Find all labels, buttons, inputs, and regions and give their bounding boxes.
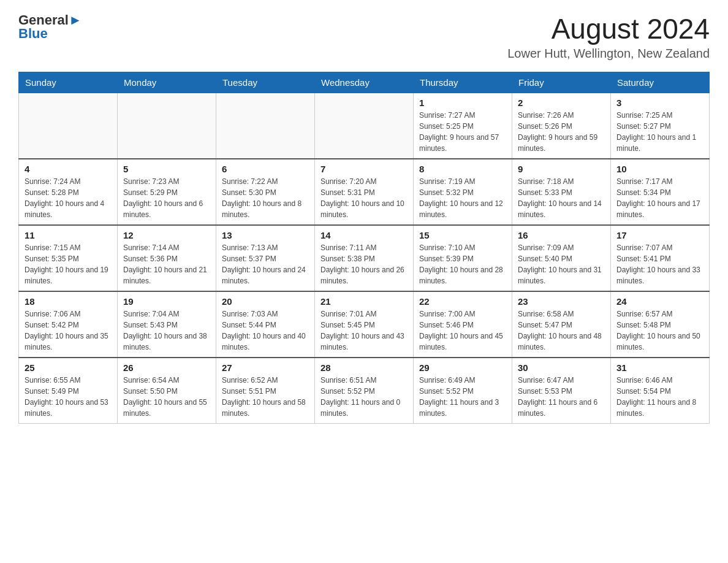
day-number: 25 (25, 362, 112, 373)
calendar-day: 23Sunrise: 6:58 AMSunset: 5:47 PMDayligh… (512, 291, 611, 358)
calendar-day: 14Sunrise: 7:11 AMSunset: 5:38 PMDayligh… (315, 225, 414, 291)
day-info: Sunrise: 6:47 AMSunset: 5:53 PMDaylight:… (518, 375, 605, 419)
day-info: Sunrise: 6:46 AMSunset: 5:54 PMDaylight:… (616, 375, 703, 419)
day-number: 7 (320, 164, 408, 174)
day-info: Sunrise: 7:24 AMSunset: 5:28 PMDaylight:… (25, 176, 112, 220)
day-number: 9 (518, 164, 605, 174)
calendar-day: 13Sunrise: 7:13 AMSunset: 5:37 PMDayligh… (216, 225, 315, 291)
day-number: 24 (616, 296, 703, 307)
day-number: 4 (25, 164, 112, 174)
header-monday: Monday (118, 72, 216, 93)
day-number: 16 (518, 230, 605, 240)
calendar-day: 8Sunrise: 7:19 AMSunset: 5:32 PMDaylight… (414, 159, 512, 225)
day-info: Sunrise: 6:51 AMSunset: 5:52 PMDaylight:… (320, 375, 408, 419)
logo-blue-line: Blue (18, 26, 48, 42)
calendar-day: 9Sunrise: 7:18 AMSunset: 5:33 PMDaylight… (512, 159, 611, 225)
calendar-day: 17Sunrise: 7:07 AMSunset: 5:41 PMDayligh… (611, 225, 710, 291)
calendar-week-row: 25Sunrise: 6:55 AMSunset: 5:49 PMDayligh… (19, 358, 710, 424)
calendar-day: 29Sunrise: 6:49 AMSunset: 5:52 PMDayligh… (414, 358, 512, 424)
day-number: 18 (25, 296, 112, 307)
calendar-week-row: 4Sunrise: 7:24 AMSunset: 5:28 PMDaylight… (19, 159, 710, 225)
calendar-day (19, 93, 118, 159)
calendar-day: 20Sunrise: 7:03 AMSunset: 5:44 PMDayligh… (216, 291, 315, 358)
calendar-day: 7Sunrise: 7:20 AMSunset: 5:31 PMDaylight… (315, 159, 414, 225)
logo-blue-text: ► (69, 12, 82, 28)
day-info: Sunrise: 7:01 AMSunset: 5:45 PMDaylight:… (320, 308, 408, 353)
calendar-week-row: 18Sunrise: 7:06 AMSunset: 5:42 PMDayligh… (19, 291, 710, 358)
day-number: 13 (222, 230, 309, 240)
day-info: Sunrise: 7:26 AMSunset: 5:26 PMDaylight:… (518, 110, 605, 154)
calendar-day: 24Sunrise: 6:57 AMSunset: 5:48 PMDayligh… (611, 291, 710, 358)
day-info: Sunrise: 7:03 AMSunset: 5:44 PMDaylight:… (222, 308, 309, 353)
day-number: 14 (320, 230, 408, 240)
calendar-day: 15Sunrise: 7:10 AMSunset: 5:39 PMDayligh… (414, 225, 512, 291)
calendar-day: 6Sunrise: 7:22 AMSunset: 5:30 PMDaylight… (216, 159, 315, 225)
day-number: 12 (123, 230, 210, 240)
day-number: 20 (222, 296, 309, 307)
calendar-day: 5Sunrise: 7:23 AMSunset: 5:29 PMDaylight… (118, 159, 216, 225)
calendar-day: 30Sunrise: 6:47 AMSunset: 5:53 PMDayligh… (512, 358, 611, 424)
calendar-day (118, 93, 216, 159)
day-info: Sunrise: 7:04 AMSunset: 5:43 PMDaylight:… (123, 308, 210, 353)
calendar-day: 27Sunrise: 6:52 AMSunset: 5:51 PMDayligh… (216, 358, 315, 424)
header-wednesday: Wednesday (315, 72, 414, 93)
day-info: Sunrise: 7:15 AMSunset: 5:35 PMDaylight:… (25, 242, 112, 286)
month-title: August 2024 (507, 12, 710, 45)
calendar-day: 1Sunrise: 7:27 AMSunset: 5:25 PMDaylight… (414, 93, 512, 159)
header-saturday: Saturday (611, 72, 710, 93)
calendar-day: 31Sunrise: 6:46 AMSunset: 5:54 PMDayligh… (611, 358, 710, 424)
calendar-day (315, 93, 414, 159)
day-info: Sunrise: 7:22 AMSunset: 5:30 PMDaylight:… (222, 176, 309, 220)
day-info: Sunrise: 6:57 AMSunset: 5:48 PMDaylight:… (616, 308, 703, 353)
day-info: Sunrise: 7:20 AMSunset: 5:31 PMDaylight:… (320, 176, 408, 220)
day-number: 26 (123, 362, 210, 373)
day-info: Sunrise: 7:10 AMSunset: 5:39 PMDaylight:… (419, 242, 506, 286)
calendar-day: 4Sunrise: 7:24 AMSunset: 5:28 PMDaylight… (19, 159, 118, 225)
calendar-day: 12Sunrise: 7:14 AMSunset: 5:36 PMDayligh… (118, 225, 216, 291)
day-info: Sunrise: 7:27 AMSunset: 5:25 PMDaylight:… (419, 110, 506, 154)
day-number: 29 (419, 362, 506, 373)
day-info: Sunrise: 7:06 AMSunset: 5:42 PMDaylight:… (25, 308, 112, 353)
calendar-day: 25Sunrise: 6:55 AMSunset: 5:49 PMDayligh… (19, 358, 118, 424)
calendar-day: 18Sunrise: 7:06 AMSunset: 5:42 PMDayligh… (19, 291, 118, 358)
day-number: 3 (616, 98, 703, 108)
calendar-day: 22Sunrise: 7:00 AMSunset: 5:46 PMDayligh… (414, 291, 512, 358)
calendar-day (216, 93, 315, 159)
calendar-header-row: SundayMondayTuesdayWednesdayThursdayFrid… (19, 72, 710, 93)
calendar-day: 19Sunrise: 7:04 AMSunset: 5:43 PMDayligh… (118, 291, 216, 358)
calendar-day: 10Sunrise: 7:17 AMSunset: 5:34 PMDayligh… (611, 159, 710, 225)
calendar-day: 2Sunrise: 7:26 AMSunset: 5:26 PMDaylight… (512, 93, 611, 159)
day-number: 5 (123, 164, 210, 174)
day-number: 1 (419, 98, 506, 108)
day-number: 17 (616, 230, 703, 240)
calendar-day: 21Sunrise: 7:01 AMSunset: 5:45 PMDayligh… (315, 291, 414, 358)
day-info: Sunrise: 7:25 AMSunset: 5:27 PMDaylight:… (616, 110, 703, 154)
calendar-day: 11Sunrise: 7:15 AMSunset: 5:35 PMDayligh… (19, 225, 118, 291)
calendar-table: SundayMondayTuesdayWednesdayThursdayFrid… (18, 72, 710, 424)
day-number: 10 (616, 164, 703, 174)
location-subtitle: Lower Hutt, Wellington, New Zealand (507, 47, 710, 61)
day-info: Sunrise: 7:23 AMSunset: 5:29 PMDaylight:… (123, 176, 210, 220)
day-info: Sunrise: 7:09 AMSunset: 5:40 PMDaylight:… (518, 242, 605, 286)
calendar-day: 3Sunrise: 7:25 AMSunset: 5:27 PMDaylight… (611, 93, 710, 159)
day-number: 6 (222, 164, 309, 174)
header-friday: Friday (512, 72, 611, 93)
day-info: Sunrise: 7:11 AMSunset: 5:38 PMDaylight:… (320, 242, 408, 286)
day-number: 11 (25, 230, 112, 240)
day-info: Sunrise: 6:55 AMSunset: 5:49 PMDaylight:… (25, 375, 112, 419)
day-info: Sunrise: 6:49 AMSunset: 5:52 PMDaylight:… (419, 375, 506, 419)
calendar-day: 26Sunrise: 6:54 AMSunset: 5:50 PMDayligh… (118, 358, 216, 424)
day-number: 21 (320, 296, 408, 307)
day-number: 19 (123, 296, 210, 307)
day-info: Sunrise: 7:07 AMSunset: 5:41 PMDaylight:… (616, 242, 703, 286)
day-info: Sunrise: 6:58 AMSunset: 5:47 PMDaylight:… (518, 308, 605, 353)
day-number: 28 (320, 362, 408, 373)
day-info: Sunrise: 6:52 AMSunset: 5:51 PMDaylight:… (222, 375, 309, 419)
day-info: Sunrise: 6:54 AMSunset: 5:50 PMDaylight:… (123, 375, 210, 419)
header-tuesday: Tuesday (216, 72, 315, 93)
page-header: General ► Blue August 2024 Lower Hutt, W… (18, 12, 710, 61)
calendar-week-row: 11Sunrise: 7:15 AMSunset: 5:35 PMDayligh… (19, 225, 710, 291)
title-area: August 2024 Lower Hutt, Wellington, New … (507, 12, 710, 61)
day-info: Sunrise: 7:13 AMSunset: 5:37 PMDaylight:… (222, 242, 309, 286)
day-number: 8 (419, 164, 506, 174)
